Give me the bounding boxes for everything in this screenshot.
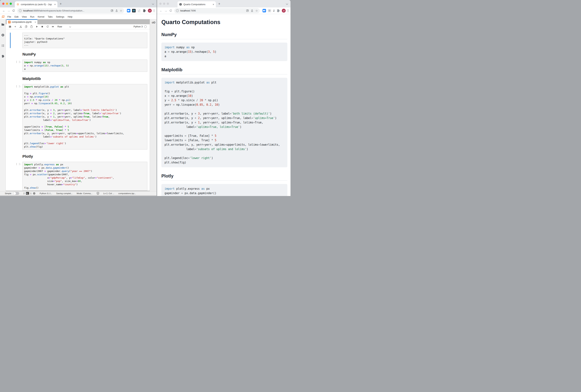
profile-avatar[interactable]: JJ	[148, 9, 152, 12]
cell-editor[interactable]: import numpy as npa = np.arange(15).resh…	[22, 60, 147, 72]
code-line: lowerlimits = [False, True] * 5	[24, 128, 146, 132]
save-button[interactable]	[7, 25, 12, 28]
site-info-icon[interactable]: i	[19, 9, 22, 12]
menu-kernel[interactable]: Kernel	[36, 15, 46, 18]
share-icon[interactable]	[115, 9, 118, 12]
browser-menu-icon[interactable]	[288, 9, 288, 12]
cursor-position-label[interactable]: Ln 2, Col ...	[104, 192, 114, 195]
tab-search-chevron-icon[interactable]	[152, 2, 154, 5]
zoom-extension-icon[interactable]	[127, 9, 130, 12]
tab-search-chevron-icon[interactable]	[286, 2, 288, 5]
cell-type-chevron-icon[interactable]	[69, 25, 71, 27]
menu-tabs[interactable]: Tabs	[46, 15, 54, 18]
markdown-cell[interactable]: Plotly	[22, 154, 147, 159]
browser-tab-quarto[interactable]: Quarto Computations ×	[178, 1, 216, 7]
window-bottom-edge	[0, 195, 156, 196]
kernel-name-label[interactable]: Python 3	[134, 25, 143, 28]
open-in-new-icon[interactable]	[110, 9, 114, 12]
copy-cells-button[interactable]	[23, 25, 29, 28]
reload-icon[interactable]	[11, 9, 16, 12]
extensions-puzzle-icon[interactable]	[142, 9, 146, 12]
profile-avatar[interactable]: JJ	[282, 9, 286, 12]
open-in-new-icon[interactable]	[246, 9, 249, 12]
code-line	[24, 122, 146, 125]
browser-tab-jupyter[interactable]: computations.ip (auto-S) - Jup ×	[15, 1, 58, 7]
cell-type-select[interactable]: Raw	[58, 25, 62, 28]
restart-kernel-button[interactable]	[45, 25, 50, 28]
code-line: gapminder2007 = gapminder.query("year ==…	[164, 196, 284, 196]
url-host: localhost	[23, 9, 32, 12]
code-line: plt.errorbar(x, y + 2, yerr=yerr, uplims…	[164, 116, 284, 120]
code-block: import numpy as npa = np.arange(15).resh…	[161, 42, 287, 61]
close-window-button[interactable]	[159, 2, 162, 5]
kernel-status-label[interactable]: Python 3 | I...	[40, 192, 52, 195]
code-line: size="pop", size_max=60,	[24, 180, 146, 183]
code-line: x = np.arange(10)	[164, 94, 284, 98]
reload-icon[interactable]	[168, 9, 173, 12]
bookmark-star-icon[interactable]: ☆	[255, 9, 258, 12]
menu-settings[interactable]: Settings	[54, 15, 66, 18]
menu-help[interactable]: Help	[66, 15, 74, 18]
address-bar[interactable]: i localhost:7896 ☆	[174, 8, 260, 13]
forward-icon: →	[164, 9, 168, 12]
menu-edit[interactable]: Edit	[13, 15, 20, 18]
simple-mode-toggle[interactable]	[13, 192, 19, 195]
back-icon[interactable]: ←	[2, 9, 6, 12]
minimize-window-button[interactable]	[6, 2, 8, 5]
cell-editor[interactable]: ---title: "Quarto Computations"jupyter: …	[22, 32, 147, 48]
minimize-window-button[interactable]	[163, 2, 165, 5]
code-line: import numpy as np	[164, 45, 284, 50]
extensions-puzzle-icon[interactable]	[276, 9, 280, 12]
file-browser-icon[interactable]	[1, 23, 4, 27]
notebook-tab[interactable]: computations.ipynb ×	[7, 19, 38, 24]
notebook-content: ---title: "Quarto Computations"jupyter: …	[6, 29, 150, 191]
code-line	[164, 151, 284, 156]
new-tab-button[interactable]: +	[60, 2, 62, 6]
notebook-tab-close-icon[interactable]: ×	[35, 21, 36, 23]
code-line: a = np.arange(15).reshape(3, 5)	[164, 50, 284, 54]
site-info-icon[interactable]: i	[176, 9, 179, 12]
restart-run-all-button[interactable]	[50, 25, 56, 28]
paste-cells-button[interactable]	[29, 25, 34, 28]
markdown-cell[interactable]: Matplotlib	[22, 76, 147, 81]
add-cell-button[interactable]: +	[12, 25, 18, 28]
zoom-window-button[interactable]	[167, 2, 169, 5]
browser-menu-icon[interactable]	[154, 9, 154, 12]
cell-editor[interactable]: import matplotlib.pyplot as plt fig = pl…	[22, 84, 147, 150]
document-extension-icon[interactable]	[137, 9, 141, 12]
new-tab-button[interactable]: +	[218, 2, 220, 6]
close-window-button[interactable]	[2, 2, 4, 5]
code-line: gapminder = px.data.gapminder()	[24, 166, 146, 170]
z-extension-icon[interactable]: Z	[273, 9, 275, 12]
menu-view[interactable]: View	[20, 15, 28, 18]
sessions-group[interactable]: 2 $_ 1	[23, 192, 36, 195]
cell-editor[interactable]: import plotly.express as pxgapminder = p…	[22, 162, 147, 191]
command-mode-label[interactable]: Mode: Comma...	[77, 192, 92, 195]
code-line: a = np.arange(15).reshape(3, 5)	[24, 64, 146, 67]
menu-run[interactable]: Run	[28, 15, 36, 18]
code-line: plt.legend(loc='lower right')	[24, 142, 146, 145]
tab-close-icon[interactable]: ×	[213, 3, 214, 6]
extension-manager-icon[interactable]	[1, 55, 4, 58]
tab-close-icon[interactable]: ×	[54, 3, 56, 6]
running-kernels-icon[interactable]	[1, 33, 4, 37]
markdown-cell[interactable]: NumPy	[22, 51, 147, 57]
zoom-extension-icon[interactable]	[262, 9, 266, 12]
share-icon[interactable]	[251, 9, 254, 12]
section-heading-matplotlib: Matplotlib	[161, 67, 287, 74]
code-line: plt.show(fig)	[164, 160, 284, 165]
code-line: ---	[24, 44, 146, 47]
property-inspector-icon[interactable]: ⚙⚙	[152, 21, 155, 24]
react-devtools-extension-icon-disabled[interactable]	[268, 9, 271, 12]
zoom-window-button[interactable]	[10, 2, 12, 5]
interrupt-kernel-button[interactable]	[40, 25, 45, 28]
cut-cells-button[interactable]	[18, 25, 23, 28]
react-devtools-extension-icon[interactable]	[132, 9, 136, 12]
table-of-contents-icon[interactable]	[1, 44, 4, 48]
menu-file[interactable]: File	[6, 15, 13, 18]
run-cell-button[interactable]	[34, 25, 40, 28]
bookmark-star-icon[interactable]: ☆	[120, 9, 122, 12]
right-sidebar-strip: ⚙⚙	[150, 19, 156, 191]
url-text: localhost:7896	[180, 9, 244, 12]
address-bar[interactable]: i localhost:8889/lab/workspaces/auto-S/t…	[17, 8, 124, 13]
